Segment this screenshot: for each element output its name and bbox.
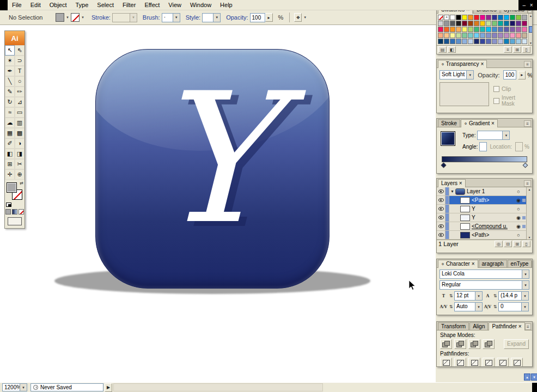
brush-combo[interactable]: · ▼: [162, 13, 180, 22]
pathfinder-outline-button[interactable]: [497, 358, 509, 367]
opacity-field[interactable]: 100: [250, 13, 265, 22]
swatch[interactable]: [522, 21, 527, 26]
stroke-dropdown-arrow-icon[interactable]: ▼: [80, 13, 86, 22]
swatch[interactable]: [450, 27, 455, 32]
dropdown-arrow-icon[interactable]: ▼: [521, 302, 529, 311]
swap-fill-stroke-icon[interactable]: ⇄: [20, 181, 23, 186]
opacity-label[interactable]: Opacity:: [226, 14, 248, 21]
opacity-slider-arrow-icon[interactable]: ▸: [265, 13, 273, 22]
pathfinder-merge-button[interactable]: [468, 358, 480, 367]
swatch[interactable]: [438, 33, 443, 38]
swatch[interactable]: [450, 21, 455, 26]
panel-tab[interactable]: enType: [508, 260, 532, 267]
tool-direct-selection[interactable]: ⇖: [15, 45, 25, 56]
swatch[interactable]: [450, 15, 455, 20]
layer-target-icon[interactable]: ◉: [515, 198, 522, 203]
layer-row[interactable]: <Path> ◉: [437, 196, 532, 205]
swatch[interactable]: [504, 21, 509, 26]
color-button[interactable]: [5, 209, 11, 215]
stepper-icon[interactable]: ⇅: [449, 304, 453, 309]
layer-name[interactable]: <Path>: [472, 232, 515, 238]
dropdown-arrow-icon[interactable]: ▼: [213, 13, 221, 22]
swatch[interactable]: [462, 21, 467, 26]
invert-mask-checkbox[interactable]: Invert Mask: [493, 95, 529, 107]
swatch[interactable]: [492, 39, 497, 44]
swatch[interactable]: [462, 15, 467, 20]
panel-tab[interactable]: ∘ Character ×: [438, 260, 478, 268]
layer-target-icon[interactable]: ◉: [515, 224, 522, 229]
menu-item[interactable]: View: [164, 0, 186, 10]
panel-menu-button[interactable]: ≡: [532, 261, 533, 267]
fill-dropdown-arrow-icon[interactable]: ▼: [64, 13, 71, 22]
swatch[interactable]: [444, 15, 449, 20]
dropdown-arrow-icon[interactable]: ▼: [521, 291, 529, 301]
swatch[interactable]: [480, 33, 485, 38]
tool-free-transform[interactable]: ▭: [15, 107, 25, 118]
tool-rotate[interactable]: ↻: [5, 97, 15, 107]
dropdown-arrow-icon[interactable]: ▼: [522, 280, 529, 290]
menu-item[interactable]: Window: [186, 0, 216, 10]
panel-tab[interactable]: Layers ×: [438, 179, 466, 187]
swatch[interactable]: [468, 33, 473, 38]
scroll-down-icon[interactable]: ▼: [529, 41, 532, 45]
tool-pen[interactable]: ✒: [5, 66, 15, 76]
scroll-down-icon[interactable]: ▼: [528, 236, 531, 239]
swatch[interactable]: [474, 15, 479, 20]
visibility-eye-icon[interactable]: [437, 205, 446, 213]
shape-mode-add-button[interactable]: [440, 339, 452, 349]
menu-item[interactable]: Select: [93, 0, 118, 10]
tracking-combo[interactable]: 0 ▼: [498, 302, 529, 311]
panel-tab[interactable]: Stroke: [438, 119, 460, 127]
menu-item[interactable]: Filter: [118, 0, 140, 10]
swatch[interactable]: [438, 15, 443, 20]
visibility-eye-icon[interactable]: [437, 196, 446, 204]
dock-scroll-up-icon[interactable]: ▲: [524, 373, 530, 381]
swatch[interactable]: [456, 39, 461, 44]
horizontal-scrollbar[interactable]: [113, 383, 323, 391]
fill-swatch[interactable]: [7, 182, 17, 193]
tool-crop-area[interactable]: ⊞: [5, 159, 15, 169]
swatch[interactable]: [444, 33, 449, 38]
layer-target-icon[interactable]: ○: [515, 206, 522, 212]
gradient-button[interactable]: [12, 209, 17, 215]
gradient-ramp[interactable]: [442, 156, 527, 162]
new-sublayer-icon[interactable]: ⊟: [504, 241, 512, 247]
swatch[interactable]: [504, 15, 509, 20]
panel-menu-button[interactable]: ≡: [524, 180, 531, 187]
checkbox-icon[interactable]: [493, 86, 499, 92]
dropdown-arrow-icon[interactable]: ▼: [130, 13, 137, 22]
swatch[interactable]: [462, 27, 467, 32]
stroke-weight-label[interactable]: Stroke:: [91, 14, 111, 21]
tool-zoom[interactable]: ⊕: [15, 169, 25, 180]
visibility-eye-icon[interactable]: [437, 231, 446, 239]
swatch[interactable]: [456, 15, 461, 20]
fill-color-swatch[interactable]: [56, 13, 64, 22]
style-label[interactable]: Style:: [186, 14, 201, 21]
swatch[interactable]: [456, 27, 461, 32]
pathfinder-trim-button[interactable]: [454, 358, 466, 367]
swatch[interactable]: [474, 27, 479, 32]
tool-live-paint-bucket[interactable]: ◧: [5, 149, 15, 159]
dropdown-arrow-icon[interactable]: ▼: [302, 13, 308, 22]
swatch[interactable]: [438, 39, 443, 44]
scroll-thumb[interactable]: [529, 26, 533, 33]
none-button[interactable]: [19, 209, 24, 215]
font-size-combo[interactable]: 12 pt ▼: [454, 291, 483, 301]
visibility-eye-icon[interactable]: [437, 213, 446, 222]
layer-name[interactable]: Layer 1: [467, 188, 515, 194]
layer-target-icon[interactable]: ○: [515, 232, 522, 238]
pathfinder-minus-back-button[interactable]: [511, 358, 523, 367]
shape-mode-intersect-button[interactable]: [468, 339, 480, 349]
opacity-slider-arrow-icon[interactable]: ▸: [518, 71, 526, 79]
swatch[interactable]: [480, 39, 485, 44]
swatch[interactable]: [522, 15, 527, 20]
swatch[interactable]: [486, 15, 491, 20]
app-icon[interactable]: [0, 0, 8, 10]
swatch[interactable]: [510, 33, 515, 38]
stepper-icon[interactable]: ⇅: [493, 293, 497, 298]
gradient-type-combo[interactable]: ▼: [477, 131, 510, 140]
layer-row[interactable]: Y ◉: [437, 213, 532, 222]
swatch[interactable]: [504, 27, 509, 32]
tool-type[interactable]: T: [15, 66, 25, 76]
tool-symbol-sprayer[interactable]: ☁: [5, 118, 15, 128]
